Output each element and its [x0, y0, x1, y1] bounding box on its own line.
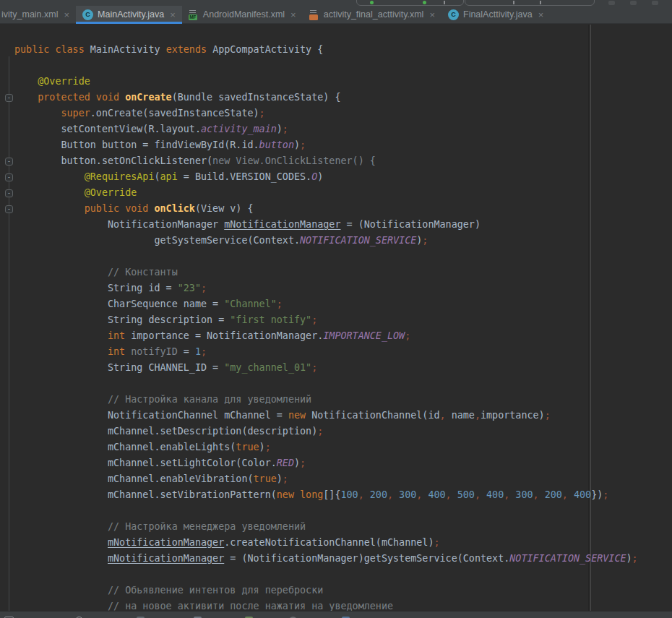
code-line: mChannel.enableLights(true); — [14, 439, 672, 455]
code-line: Button button = findViewById(R.id.button… — [14, 137, 672, 153]
code-line: setContentView(R.layout.activity_main); — [14, 121, 672, 137]
tab-activity-main-xml[interactable]: ivity_main.xml × — [0, 6, 76, 23]
editor-tab-bar: ivity_main.xml × C MainActivity.java × M… — [0, 6, 672, 24]
code-line: mChannel.setVibrationPattern(new long[]{… — [14, 487, 672, 503]
java-class-icon: C — [82, 9, 93, 20]
code-line — [14, 249, 672, 265]
toolbar-mark — [444, 1, 445, 4]
tab-label: MainActivity.java — [98, 9, 164, 20]
android-studio-window: { "ui": { "close_glyph": "×", "fold_glyp… — [0, 0, 672, 618]
code-line: int notifyID = 1; — [14, 344, 672, 360]
code-line: public class MainActivity extends AppCom… — [14, 42, 672, 58]
code-line: // Настройка канала для уведомлений — [14, 392, 672, 408]
tab-label: ivity_main.xml — [1, 9, 59, 20]
tab-label: FinalActtivity.java — [463, 9, 533, 20]
toolbar-button-icon[interactable] — [608, 1, 615, 5]
tab-label: AndroidManifest.xml — [203, 9, 285, 20]
fold-collapse-icon[interactable]: - — [5, 173, 13, 181]
code-line: // Константы — [14, 265, 672, 280]
code-line — [14, 503, 672, 519]
code-line: button.setOnClickListener(new View.OnCli… — [14, 153, 672, 169]
code-line: mChannel.setDescription(description); — [14, 424, 672, 439]
code-line: public void onClick(View v) { — [14, 201, 672, 217]
code-line: CharSequence name = "Channel"; — [14, 296, 672, 312]
device-selector[interactable] — [465, 0, 595, 6]
code-line: getSystemService(Context.NOTIFICATION_SE… — [14, 233, 672, 249]
code-line: String CHANNEL_ID = "my_channel_01"; — [14, 360, 672, 376]
close-icon[interactable]: × — [538, 10, 544, 20]
code-line: protected void onCreate(Bundle savedInst… — [14, 90, 672, 106]
toolbar-button-icon[interactable] — [630, 1, 637, 5]
gutter-fold-line — [9, 56, 9, 611]
toolbar-button-icon[interactable] — [652, 1, 658, 5]
code-line: NotificationManager mNotificationManager… — [14, 217, 672, 233]
code-line — [14, 567, 672, 583]
fold-collapse-icon[interactable]: - — [5, 94, 13, 102]
tab-activity-final-acttivity-xml[interactable]: activity_final_acttivity.xml × — [303, 6, 441, 23]
code-line: mNotificationManager.createNotificationC… — [14, 535, 672, 551]
close-icon[interactable]: × — [64, 10, 70, 20]
java-class-icon: C — [448, 9, 459, 20]
code-line: @Override — [14, 185, 672, 201]
fold-collapse-icon[interactable]: - — [5, 158, 13, 166]
code-line: @Override — [14, 74, 672, 90]
code-line: super.onCreate(savedInstanceState); — [14, 106, 672, 121]
toolbar-mark — [540, 1, 541, 4]
close-icon[interactable]: × — [290, 10, 296, 20]
tab-androidmanifest-xml[interactable]: MF AndroidManifest.xml × — [182, 6, 303, 23]
tab-mainactivity-java[interactable]: C MainActivity.java × — [76, 6, 182, 23]
code-line: String id = "23"; — [14, 280, 672, 296]
code-line: int importance = NotificationManager.IMP… — [14, 328, 672, 344]
code-line: NotificationChannel mChannel = new Notif… — [14, 408, 672, 424]
tab-label: activity_final_acttivity.xml — [324, 9, 424, 20]
toolbar-mark — [513, 1, 514, 4]
layout-xml-file-icon — [309, 9, 319, 20]
code-editor[interactable]: public class MainActivity extends AppCom… — [0, 25, 672, 618]
code-line: @RequiresApi(api = Build.VERSION_CODES.O… — [14, 169, 672, 185]
main-toolbar-sliver — [0, 0, 672, 6]
code-line: mChannel.setLightColor(Color.RED); — [14, 455, 672, 471]
code-line: mChannel.enableVibration(true); — [14, 471, 672, 487]
status-dot-icon — [370, 1, 374, 4]
fold-collapse-icon[interactable]: - — [5, 205, 13, 213]
status-dot-icon — [423, 1, 426, 4]
code-line: // Настройка менеджера уведомлений — [14, 519, 672, 535]
manifest-file-icon: MF — [189, 9, 199, 20]
close-icon[interactable]: × — [170, 10, 176, 20]
code-line — [14, 376, 672, 392]
code-line: String description = "first notify"; — [14, 312, 672, 328]
close-icon[interactable]: × — [429, 10, 435, 20]
code-line — [14, 58, 672, 74]
code-line: mNotificationManager = (NotificationMana… — [14, 551, 672, 567]
code-line: // Обьявление интентов для переброски — [14, 583, 672, 598]
tool-window-bar: TODO Problems Terminal Logcat Build Prof… — [0, 611, 672, 618]
fold-collapse-icon[interactable]: - — [5, 189, 13, 197]
tab-finalacttivity-java[interactable]: C FinalActtivity.java × — [441, 6, 550, 23]
code-area: public class MainActivity extends AppCom… — [14, 42, 672, 614]
